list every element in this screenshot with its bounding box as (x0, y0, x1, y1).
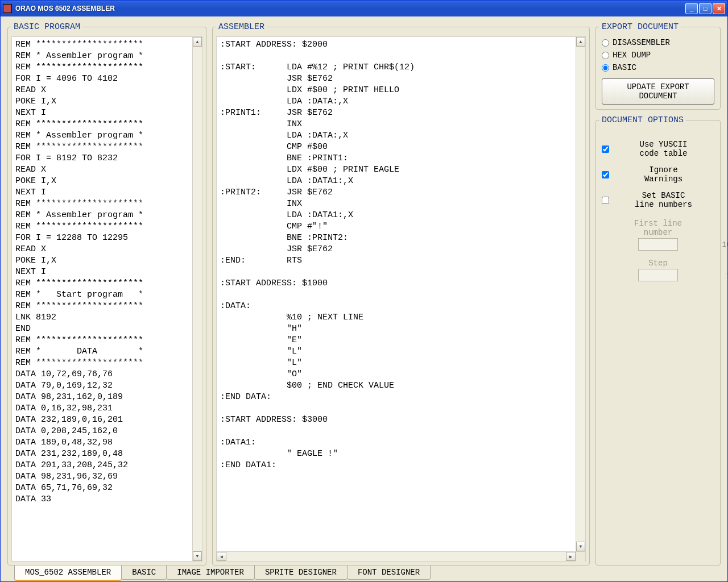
radio-hexdump[interactable]: HEX DUMP (602, 51, 714, 60)
update-export-button[interactable]: UPDATE EXPORT DOCUMENT (602, 78, 714, 105)
basic-scrollbar[interactable]: ▲ ▼ (192, 37, 202, 561)
basic-program-panel: BASIC PROGRAM ▲ ▼ (7, 22, 206, 566)
right-column: EXPORT DOCUMENT DISASSEMBLER HEX DUMP BA… (595, 22, 721, 566)
checkbox-ignore-warnings-input[interactable] (602, 171, 609, 178)
window-title: ORAO MOS 6502 ASSEMBLER (15, 5, 685, 13)
tab-sprite-designer[interactable]: SPRITE DESIGNER (254, 566, 348, 580)
step-spinner: ▲ ▼ (638, 269, 678, 281)
radio-disassembler-input[interactable] (602, 39, 609, 47)
radio-basic[interactable]: BASIC (602, 63, 714, 72)
checkbox-set-linenum-input[interactable] (602, 197, 609, 204)
checkbox-yuscii-input[interactable] (602, 146, 609, 153)
scroll-track[interactable] (576, 47, 585, 542)
scroll-down-icon[interactable]: ▼ (193, 551, 202, 561)
radio-hexdump-input[interactable] (602, 52, 609, 59)
scroll-right-icon[interactable]: ▶ (566, 552, 576, 561)
scroll-up-icon[interactable]: ▲ (193, 37, 202, 47)
assembler-panel: ASSEMBLER ▲ ▼ ◀ ▶ (212, 22, 590, 566)
scroll-up-icon[interactable]: ▲ (576, 37, 585, 47)
checkbox-yuscii[interactable]: Use YUSCII code table (602, 140, 714, 158)
asm-scrollbar-v[interactable]: ▲ ▼ (576, 37, 585, 551)
scroll-track-h[interactable] (226, 552, 566, 561)
radio-disassembler-label: DISASSEMBLER (613, 38, 670, 47)
radio-basic-label: BASIC (613, 63, 636, 72)
maximize-button[interactable]: □ (699, 3, 712, 14)
radio-disassembler[interactable]: DISASSEMBLER (602, 38, 714, 47)
checkbox-set-linenum[interactable]: Set BASIC line numbers (602, 191, 714, 209)
titlebar: ORAO MOS 6502 ASSEMBLER _ □ ✕ (1, 1, 727, 16)
docopts-legend: DOCUMENT OPTIONS (599, 115, 686, 125)
assembler-code-textarea[interactable] (217, 37, 576, 551)
export-document-panel: EXPORT DOCUMENT DISASSEMBLER HEX DUMP BA… (595, 22, 721, 110)
checkbox-set-linenum-label: Set BASIC line numbers (613, 191, 714, 209)
first-line-input (639, 239, 727, 250)
first-line-label: First line number (599, 219, 717, 237)
basic-legend: BASIC PROGRAM (11, 22, 82, 32)
step-label: Step (599, 259, 717, 268)
first-line-spinner: ▲ ▼ (638, 238, 678, 251)
radio-basic-input[interactable] (602, 64, 609, 72)
basic-code-textarea[interactable] (12, 37, 192, 561)
app-icon (3, 4, 12, 13)
tab-basic[interactable]: BASIC (121, 566, 167, 580)
tab-assembler[interactable]: MOS_6502 ASSEMBLER (14, 566, 122, 581)
app-window: ORAO MOS 6502 ASSEMBLER _ □ ✕ BASIC PROG… (0, 0, 728, 582)
export-legend: EXPORT DOCUMENT (599, 22, 681, 32)
tab-font-designer[interactable]: FONT DESIGNER (347, 566, 431, 580)
scroll-down-icon[interactable]: ▼ (576, 542, 585, 551)
scroll-track[interactable] (193, 47, 202, 551)
basic-code-container: ▲ ▼ (11, 36, 202, 562)
assembler-legend: ASSEMBLER (216, 22, 267, 32)
minimize-button[interactable]: _ (685, 3, 698, 14)
step-input (639, 269, 727, 281)
checkbox-ignore-warnings[interactable]: Ignore Warnings (602, 165, 714, 184)
asm-code-container: ▲ ▼ ◀ ▶ (216, 36, 586, 562)
checkbox-ignore-warnings-label: Ignore Warnings (613, 165, 714, 184)
tab-image-importer[interactable]: IMAGE IMPORTER (166, 566, 255, 580)
client-area: BASIC PROGRAM ▲ ▼ ASSEMBLER (1, 16, 727, 581)
close-button[interactable]: ✕ (713, 3, 725, 14)
document-options-panel: DOCUMENT OPTIONS Use YUSCII code table I… (595, 115, 721, 566)
window-controls: _ □ ✕ (685, 3, 725, 14)
asm-scrollbar-h[interactable]: ◀ ▶ (217, 551, 585, 561)
scroll-corner (576, 552, 585, 562)
radio-hexdump-label: HEX DUMP (613, 51, 651, 60)
scroll-left-icon[interactable]: ◀ (217, 552, 226, 561)
main-area: BASIC PROGRAM ▲ ▼ ASSEMBLER (1, 16, 727, 566)
bottom-tabs: MOS_6502 ASSEMBLER BASIC IMAGE IMPORTER … (1, 566, 727, 581)
checkbox-yuscii-label: Use YUSCII code table (613, 140, 714, 158)
